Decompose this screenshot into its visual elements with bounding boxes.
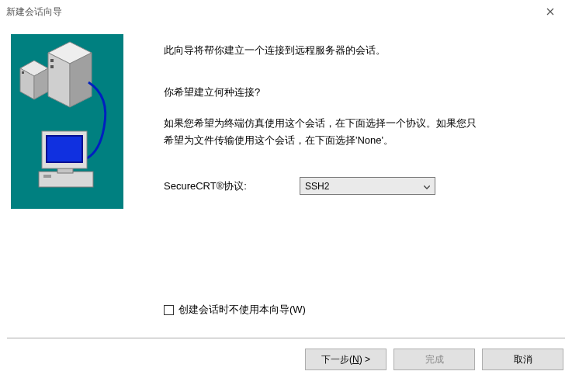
skip-wizard-checkbox[interactable]: 创建会话时不使用本向导(W) — [164, 303, 306, 317]
cancel-button-label: 取消 — [514, 353, 532, 366]
next-button-label: 下一步(N) > — [321, 353, 370, 366]
svg-rect-11 — [57, 168, 73, 173]
button-bar: 下一步(N) > 完成 取消 — [305, 349, 563, 370]
protocol-label: SecureCRT®协议: — [164, 179, 300, 193]
window-title: 新建会话向导 — [6, 5, 62, 19]
titlebar: 新建会话向导 — [0, 0, 572, 23]
close-button[interactable] — [535, 1, 566, 23]
cancel-button[interactable]: 取消 — [482, 349, 563, 370]
connection-question: 你希望建立何种连接? — [164, 85, 561, 99]
protocol-select[interactable]: SSH2 — [300, 177, 435, 195]
svg-rect-13 — [47, 136, 82, 162]
hint-line-2: 希望为文件传输使用这个会话，在下面选择'None'。 — [164, 134, 393, 146]
svg-rect-3 — [22, 71, 24, 74]
finish-button-label: 完成 — [425, 353, 444, 366]
intro-text: 此向导将帮你建立一个连接到远程服务器的会话。 — [164, 43, 561, 57]
hint-line-1: 如果您希望为终端仿真使用这个会话，在下面选择一个协议。如果您只 — [164, 117, 477, 129]
next-button[interactable]: 下一步(N) > — [305, 349, 387, 370]
svg-rect-10 — [43, 175, 51, 178]
svg-rect-8 — [50, 65, 54, 68]
svg-rect-9 — [39, 172, 93, 187]
chevron-down-icon — [424, 181, 430, 192]
wizard-main: 此向导将帮你建立一个连接到远程服务器的会话。 你希望建立何种连接? 如果您希望为… — [123, 34, 561, 329]
protocol-hint: 如果您希望为终端仿真使用这个会话，在下面选择一个协议。如果您只 希望为文件传输使… — [164, 115, 561, 149]
close-icon — [546, 8, 554, 16]
separator-line — [7, 338, 565, 338]
finish-button: 完成 — [393, 349, 475, 370]
skip-wizard-label: 创建会话时不使用本向导(W) — [179, 303, 306, 317]
protocol-selected-value: SSH2 — [305, 181, 329, 192]
checkbox-box-icon — [164, 305, 174, 315]
wizard-illustration — [11, 34, 123, 209]
svg-rect-7 — [50, 59, 54, 62]
